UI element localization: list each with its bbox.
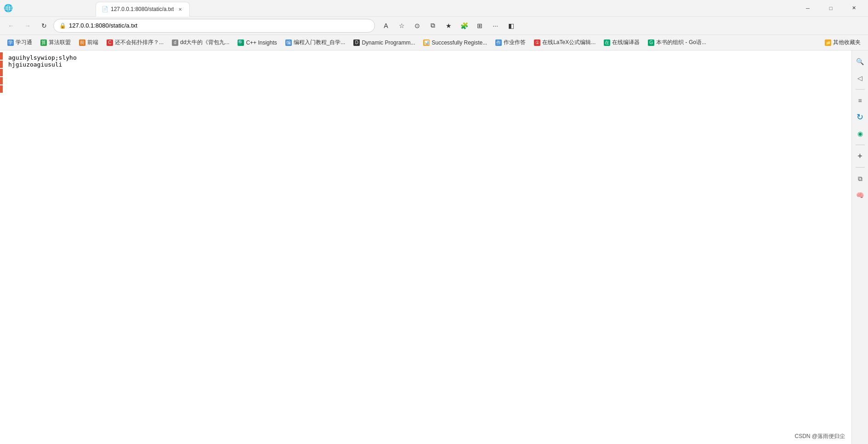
bookmark-favicon-zuoye: 作	[495, 39, 502, 46]
bookmark-label: 还不会拓扑排序？...	[115, 39, 164, 46]
left-edge	[0, 51, 3, 444]
sidebar-scroll-button[interactable]: ≡	[853, 93, 868, 108]
bookmark-favicon-tuopu: C	[107, 39, 113, 46]
bookmark-label: 作业作答	[504, 39, 526, 46]
browser-icon: 🌐	[4, 4, 13, 12]
profiles-button[interactable]: ⊞	[472, 18, 487, 33]
bookmark-favicon-dynamic: D	[353, 39, 360, 46]
page-line-2: hjgiuzoagiusuli	[8, 61, 846, 68]
sidebar-copy-button[interactable]: ⧉	[853, 171, 868, 186]
bookmark-item-successfully[interactable]: 📊 Successfully Registe...	[420, 38, 491, 48]
page-content: aguihylsywiop;slyho hjgiuzoagiusuli	[3, 51, 851, 444]
split-view-button[interactable]: ⧉	[425, 18, 440, 33]
bookmark-item-others[interactable]: 📁 其他收藏夹	[821, 37, 864, 48]
page-line-1: aguihylsywiop;slyho	[8, 54, 846, 61]
watermark-text: CSDN @落雨便归尘	[794, 433, 845, 439]
bookmark-label: Successfully Registe...	[431, 39, 487, 46]
bookmarks-bar: 学 学习通 算 算法联盟 前 前端 C 还不会拓扑排序？... d dd大牛的《…	[0, 35, 868, 51]
sidebar-divider-2	[856, 145, 865, 145]
bookmark-label: 学习通	[16, 39, 32, 46]
bookmark-favicon-suanfa: 算	[40, 39, 47, 46]
bookmark-item-cppinsights[interactable]: 🔍 C++ Insights	[234, 38, 280, 48]
left-bar-marker-1	[0, 52, 3, 60]
bookmark-item-xuexitong[interactable]: 学 学习通	[4, 37, 36, 48]
bookmark-favicon-others: 📁	[825, 39, 831, 46]
bookmark-label: Dynamic Programm...	[362, 39, 415, 46]
bookmark-favicon-go: G	[648, 39, 654, 46]
navbar: ← → ↻ 🔒 127.0.0.1:8080/static/a.txt A ☆ …	[0, 17, 868, 35]
left-bar-marker-4	[0, 77, 3, 84]
bookmark-favicon-beibao: d	[172, 39, 178, 46]
back-button[interactable]: ←	[4, 18, 18, 33]
bookmark-item-beibao[interactable]: d dd大牛的《背包九...	[168, 37, 233, 48]
tab-title: 127.0.0.1:8080/static/a.txt	[111, 6, 174, 12]
bookmark-item-biancheng[interactable]: 编 编程入门教程_自学...	[282, 37, 349, 48]
bookmark-favicon-compiler: 在	[604, 39, 610, 46]
favorites-star-button[interactable]: ☆	[394, 18, 409, 33]
sidebar-refresh-button[interactable]: ↻	[853, 110, 868, 124]
bookmark-favicon-qianduan: 前	[79, 39, 85, 46]
left-bar-marker-5	[0, 85, 3, 93]
more-button[interactable]: ···	[488, 18, 503, 33]
tab-close-button[interactable]: ✕	[176, 6, 184, 13]
maximize-button[interactable]: □	[820, 0, 841, 17]
sidebar-circle-button[interactable]: ◉	[853, 126, 868, 141]
forward-button[interactable]: →	[20, 18, 35, 33]
sidebar-back-button[interactable]: ◁	[853, 71, 868, 85]
sidebar-search-button[interactable]: 🔍	[853, 54, 868, 69]
bookmark-item-suanfalianjie[interactable]: 算 算法联盟	[37, 37, 74, 48]
bookmark-favicon-cppinsights: 🔍	[238, 39, 244, 46]
left-bar-marker-2	[0, 61, 3, 68]
bookmark-item-latex[interactable]: ① 在线LaTeX公式编辑...	[530, 37, 599, 48]
refresh-button[interactable]: ↻	[37, 18, 51, 33]
minimize-button[interactable]: ─	[797, 0, 818, 17]
bookmark-favicon-successfully: 📊	[423, 39, 430, 46]
bookmark-label: 在线编译器	[612, 39, 640, 46]
content-area: aguihylsywiop;slyho hjgiuzoagiusuli 🔍 ◁ …	[0, 51, 868, 444]
sidebar-brain-button[interactable]: 🧠	[853, 188, 868, 202]
bookmark-label: 算法联盟	[49, 39, 71, 46]
security-icon: 🔒	[59, 22, 66, 29]
sidebar-divider-3	[856, 167, 865, 168]
sidebar-plus-button[interactable]: +	[853, 149, 868, 163]
address-bar[interactable]: 🔒 127.0.0.1:8080/static/a.txt	[53, 19, 375, 33]
bookmark-favicon-xuexitong: 学	[7, 39, 14, 46]
left-bar-marker-3	[0, 69, 3, 76]
close-button[interactable]: ✕	[843, 0, 864, 17]
font-size-button[interactable]: A	[379, 18, 393, 33]
right-sidebar: 🔍 ◁ ≡ ↻ ◉ + ⧉ 🧠	[851, 51, 868, 444]
bookmark-item-go[interactable]: G 本书的组织 - Go语...	[644, 37, 710, 48]
collections-button[interactable]: 🧩	[457, 18, 471, 33]
tab-favicon: 📄	[102, 6, 108, 12]
bookmark-label: 编程入门教程_自学...	[294, 39, 346, 46]
bottom-watermark: CSDN @落雨便归尘	[794, 433, 845, 440]
sidebar-divider-1	[856, 89, 865, 90]
reading-list-button[interactable]: ⊙	[410, 18, 425, 33]
bookmark-favicon-biancheng: 编	[285, 39, 292, 46]
bookmark-label: 前端	[87, 39, 98, 46]
tab-bar: 📄 127.0.0.1:8080/static/a.txt ✕	[96, 0, 797, 17]
bookmark-label: 其他收藏夹	[833, 39, 861, 46]
navbar-actions: A ☆ ⊙ ⧉ ★ 🧩 ⊞ ··· ◧	[379, 18, 518, 33]
favorites-button[interactable]: ★	[441, 18, 456, 33]
bookmark-label: 本书的组织 - Go语...	[656, 39, 706, 46]
bookmark-label: C++ Insights	[246, 39, 277, 46]
titlebar-left: 🌐	[4, 4, 96, 12]
window-controls: ─ □ ✕	[797, 0, 864, 17]
bookmark-item-compiler[interactable]: 在 在线编译器	[600, 37, 643, 48]
bookmark-item-qianduan[interactable]: 前 前端	[75, 37, 102, 48]
bookmark-item-zuoye[interactable]: 作 作业作答	[492, 37, 529, 48]
address-text: 127.0.0.1:8080/static/a.txt	[69, 22, 369, 29]
bookmark-label: 在线LaTeX公式编辑...	[542, 39, 596, 46]
bookmark-item-tuopu[interactable]: C 还不会拓扑排序？...	[103, 37, 167, 48]
titlebar: 🌐 📄 127.0.0.1:8080/static/a.txt ✕ ─ □ ✕	[0, 0, 868, 17]
sidebar-toggle-button[interactable]: ◧	[504, 18, 518, 33]
bookmark-item-dynamic[interactable]: D Dynamic Programm...	[350, 38, 419, 48]
bookmark-favicon-latex: ①	[534, 39, 540, 46]
active-tab[interactable]: 📄 127.0.0.1:8080/static/a.txt ✕	[96, 2, 190, 17]
bookmark-label: dd大牛的《背包九...	[180, 39, 229, 46]
